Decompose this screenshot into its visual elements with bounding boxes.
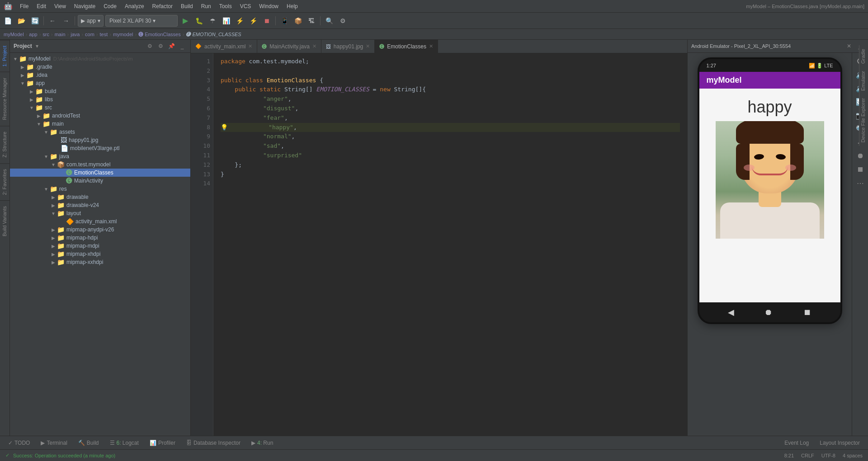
tree-expand-mipmap-mdpi[interactable]: ▶ bbox=[50, 244, 57, 249]
run-button[interactable]: ▶ bbox=[179, 15, 191, 27]
bottom-tab-todo[interactable]: ✓ TODO bbox=[4, 436, 34, 450]
tree-item-idea[interactable]: ▶ 📁 .idea bbox=[10, 71, 190, 79]
tree-item-mipmap-mdpi[interactable]: ▶ 📁 mipmap-mdpi bbox=[10, 242, 190, 250]
vtab-project[interactable]: 1: Project bbox=[0, 40, 9, 72]
sdk-manager-button[interactable]: 📦 bbox=[292, 15, 304, 27]
menu-view[interactable]: View bbox=[51, 2, 70, 10]
tree-item-src[interactable]: ▼ 📁 src bbox=[10, 103, 190, 112]
tree-expand-mipmap-xxhdpi[interactable]: ▶ bbox=[50, 260, 57, 265]
tab-close-emotionclasses[interactable]: ✕ bbox=[429, 43, 433, 49]
apply-code-changes-button[interactable]: ⚡ bbox=[247, 15, 259, 27]
tree-expand-idea[interactable]: ▶ bbox=[19, 73, 26, 78]
tree-expand-src[interactable]: ▼ bbox=[28, 105, 35, 110]
tab-happy01-jpg[interactable]: 🖼 happy01.jpg ✕ bbox=[321, 40, 375, 53]
panel-pin-icon[interactable]: 📌 bbox=[167, 42, 176, 51]
menu-edit[interactable]: Edit bbox=[33, 2, 50, 10]
tab-close-mainactivity[interactable]: ✕ bbox=[312, 43, 316, 49]
tree-expand-layout[interactable]: ▼ bbox=[50, 211, 57, 216]
tree-item-mipmap-xxhdpi[interactable]: ▶ 📁 mipmap-xxhdpi bbox=[10, 258, 190, 266]
debug-button[interactable]: 🐛 bbox=[193, 15, 205, 27]
lightbulb-icon[interactable]: 💡 bbox=[221, 123, 228, 132]
vtab-structure[interactable]: Z: Structure bbox=[0, 126, 9, 163]
breadcrumb-mymodel[interactable]: myModel bbox=[4, 32, 24, 37]
vtab-favorites[interactable]: 2: Favorites bbox=[0, 163, 9, 200]
code-content[interactable]: package com.test.mymodel; public class E… bbox=[213, 53, 687, 436]
breadcrumb-java[interactable]: java bbox=[71, 32, 80, 37]
emulator-close-button[interactable]: ✕ bbox=[844, 42, 854, 51]
bottom-tab-event-log[interactable]: Event Log bbox=[780, 436, 813, 450]
emulator-home-nav-button[interactable]: ⏺ bbox=[854, 150, 867, 162]
forward-button[interactable]: → bbox=[60, 15, 72, 27]
tree-item-drawable-v24[interactable]: ▶ 📁 drawable-v24 bbox=[10, 201, 190, 209]
menu-vcs[interactable]: VCS bbox=[236, 2, 255, 10]
bottom-tab-profiler[interactable]: 📊 Profiler bbox=[145, 436, 180, 450]
tree-expand-build[interactable]: ▶ bbox=[28, 89, 35, 94]
tab-activity-main-xml[interactable]: 🔶 activity_main.xml ✕ bbox=[191, 40, 257, 53]
tree-item-libs[interactable]: ▶ 📁 libs bbox=[10, 95, 190, 103]
tree-expand-res[interactable]: ▼ bbox=[42, 187, 50, 192]
vtab-resource-manager[interactable]: Resource Manager bbox=[0, 72, 9, 126]
breadcrumb-main[interactable]: main bbox=[55, 32, 66, 37]
project-structure-button[interactable]: 🏗 bbox=[306, 15, 317, 27]
code-editor[interactable]: 1 2 3 4 5 6 7 8 9 10 11 12 13 14 package… bbox=[191, 53, 687, 436]
tree-item-main[interactable]: ▼ 📁 main bbox=[10, 120, 190, 128]
device-file-side-label[interactable]: Device File Explorer bbox=[859, 94, 868, 146]
breadcrumb-mymodel2[interactable]: mymodel bbox=[113, 32, 133, 37]
menu-tools[interactable]: Tools bbox=[216, 2, 236, 10]
breadcrumb-test[interactable]: test bbox=[100, 32, 108, 37]
tree-item-mipmap-hdpi[interactable]: ▶ 📁 mipmap-hdpi bbox=[10, 234, 190, 242]
panel-gear-icon[interactable]: ⚙ bbox=[156, 42, 165, 51]
tree-expand-java[interactable]: ▼ bbox=[42, 154, 50, 159]
emulator-more-button[interactable]: ⋯ bbox=[854, 177, 867, 189]
avd-manager-button[interactable]: 📱 bbox=[278, 15, 290, 27]
breadcrumb-app[interactable]: app bbox=[29, 32, 37, 37]
tree-expand-package[interactable]: ▼ bbox=[50, 162, 57, 167]
gradle-side-label[interactable]: Gradle bbox=[859, 45, 868, 67]
tree-item-androidtest[interactable]: ▶ 📁 androidTest bbox=[10, 112, 190, 120]
tree-expand-mipmap-hdpi[interactable]: ▶ bbox=[50, 235, 57, 240]
menu-file[interactable]: File bbox=[16, 2, 32, 10]
menu-window[interactable]: Window bbox=[255, 2, 282, 10]
tree-item-assets[interactable]: ▼ 📁 assets bbox=[10, 128, 190, 136]
phone-recents-button[interactable]: ⏹ bbox=[803, 308, 811, 317]
new-file-button[interactable]: 📄 bbox=[2, 15, 14, 27]
phone-back-button[interactable]: ◀ bbox=[728, 307, 734, 317]
tree-expand-gradle[interactable]: ▶ bbox=[19, 65, 26, 70]
sync-button[interactable]: 🔄 bbox=[29, 15, 41, 27]
search-everywhere-button[interactable]: 🔍 bbox=[323, 15, 335, 27]
breadcrumb-com[interactable]: com bbox=[85, 32, 94, 37]
bottom-tab-layout-inspector[interactable]: Layout Inspector bbox=[815, 436, 864, 450]
tree-item-happy01jpg[interactable]: 🖼 happy01.jpg bbox=[10, 136, 190, 144]
tree-item-java[interactable]: ▼ 📁 java bbox=[10, 152, 190, 160]
tab-emotionclasses-java[interactable]: 🅒 EmotionClasses ✕ bbox=[375, 40, 438, 53]
tree-item-res[interactable]: ▼ 📁 res bbox=[10, 185, 190, 193]
run-config-dropdown[interactable]: ▶ app ▾ bbox=[78, 15, 104, 27]
menu-navigate[interactable]: Navigate bbox=[71, 2, 99, 10]
open-button[interactable]: 📂 bbox=[15, 15, 27, 27]
tree-item-mipmap-anydpi[interactable]: ▶ 📁 mipmap-anydpi-v26 bbox=[10, 226, 190, 234]
tree-item-mobilenet[interactable]: 📄 mobilenetV3large.ptl bbox=[10, 144, 190, 152]
tree-expand-libs[interactable]: ▶ bbox=[28, 97, 35, 102]
breadcrumb-src[interactable]: src bbox=[42, 32, 49, 37]
bottom-tab-logcat[interactable]: ☰ 6: Logcat bbox=[105, 436, 143, 450]
tree-expand-mipmap-anydpi[interactable]: ▶ bbox=[50, 227, 57, 232]
tab-close-activity-main[interactable]: ✕ bbox=[248, 43, 252, 49]
panel-cog-icon[interactable]: ⚙ bbox=[145, 42, 154, 51]
apply-changes-button[interactable]: ⚡ bbox=[234, 15, 245, 27]
tree-item-activity-main-xml[interactable]: 🔶 activity_main.xml bbox=[10, 217, 190, 226]
tree-expand-drawable-v24[interactable]: ▶ bbox=[50, 203, 57, 208]
menu-refactor[interactable]: Refactor bbox=[149, 2, 176, 10]
tree-item-package[interactable]: ▼ 📦 com.test.mymodel bbox=[10, 160, 190, 169]
profile-button[interactable]: 📊 bbox=[220, 15, 232, 27]
emulator-side-label[interactable]: Emulator bbox=[859, 67, 868, 94]
tree-expand-androidtest[interactable]: ▶ bbox=[35, 113, 42, 118]
bottom-tab-build[interactable]: 🔨 Build bbox=[74, 436, 104, 450]
tree-item-layout[interactable]: ▼ 📁 layout bbox=[10, 209, 190, 217]
menu-analyze[interactable]: Analyze bbox=[121, 2, 148, 10]
breadcrumb-emotionclasses[interactable]: 🅒 EmotionClasses bbox=[138, 32, 181, 37]
bottom-tab-database[interactable]: 🗄 Database Inspector bbox=[182, 436, 245, 450]
menu-run[interactable]: Run bbox=[198, 2, 215, 10]
device-dropdown[interactable]: Pixel 2 XL API 30 ▾ bbox=[105, 15, 178, 27]
tree-expand-drawable[interactable]: ▶ bbox=[50, 195, 57, 200]
tree-item-mipmap-xhdpi[interactable]: ▶ 📁 mipmap-xhdpi bbox=[10, 250, 190, 258]
